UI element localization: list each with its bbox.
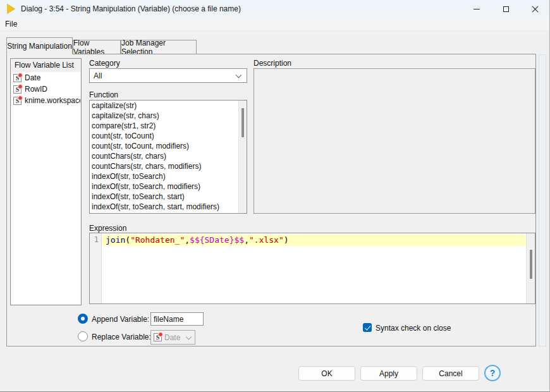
minimize-icon <box>474 9 480 9</box>
code-token-function: join <box>106 235 125 245</box>
replace-variable-value: Date <box>164 333 180 342</box>
function-list-item[interactable]: capitalize(str) <box>90 101 247 111</box>
flow-variable-name: knime.workspace <box>25 96 80 105</box>
append-variable-label: Append Variable: <box>92 315 149 324</box>
flow-variable-list: SDateSRowIDSknime.workspace <box>11 72 80 304</box>
syntax-check-label: Syntax check on close <box>376 324 451 333</box>
line-number-gutter: 1 <box>90 233 102 303</box>
string-variable-icon: S <box>13 74 21 82</box>
replace-variable-label: Replace Variable: <box>92 333 151 341</box>
knime-warning-triangle-icon <box>7 4 15 14</box>
line-number: 1 <box>94 235 99 244</box>
function-list-scrollbar[interactable] <box>238 101 247 213</box>
flow-variable-name: RowID <box>25 85 47 94</box>
flow-variable-item[interactable]: Sknime.workspace <box>11 95 80 106</box>
apply-button[interactable]: Apply <box>360 366 417 381</box>
category-dropdown[interactable]: All <box>89 68 247 83</box>
function-list-item[interactable]: count(str, toCount, modifiers) <box>90 141 247 151</box>
string-variable-icon: S <box>154 333 162 341</box>
flow-variable-item[interactable]: SRowID <box>11 83 80 95</box>
chevron-down-icon <box>186 333 192 340</box>
function-list-item[interactable]: countChars(str, chars, modifiers) <box>90 161 247 171</box>
code-token-string: "Rohdaten_" <box>130 235 185 245</box>
function-list-item[interactable]: indexOf(str, toSearch) <box>90 171 247 181</box>
function-list-item[interactable]: count(str, toCount) <box>90 131 247 141</box>
maximize-button[interactable] <box>491 0 520 18</box>
tab-string-manipulation[interactable]: String Manipulation <box>6 37 73 54</box>
syntax-check-checkbox[interactable] <box>363 323 372 332</box>
function-list-item[interactable]: indexOf(str, toSearch, start, modifiers) <box>90 202 247 212</box>
code-token-variable: $${SDate}$$ <box>190 235 244 245</box>
title-bar: Dialog - 3:54 - String Manipulation (Var… <box>0 0 549 18</box>
function-list-item[interactable]: capitalize(str, chars) <box>90 111 247 121</box>
replace-variable-dropdown: S Date <box>150 330 195 345</box>
dialog-scrollbar-track[interactable] <box>539 54 546 346</box>
expression-editor[interactable]: 1 join("Rohdaten_",$${SDate}$$,".xlsx") <box>89 233 535 304</box>
string-variable-icon: S <box>13 85 21 94</box>
expression-scrollbar-thumb[interactable] <box>530 250 532 279</box>
append-variable-radio[interactable] <box>78 314 88 324</box>
append-variable-input[interactable] <box>150 312 204 326</box>
function-list-item[interactable]: countChars(str, chars) <box>90 151 247 161</box>
menu-bar: File <box>0 18 549 31</box>
close-icon <box>532 6 539 13</box>
function-list-scrollbar-thumb[interactable] <box>241 108 244 137</box>
expression-scrollbar[interactable] <box>526 233 535 303</box>
replace-variable-radio[interactable] <box>78 331 88 341</box>
expression-label: Expression <box>89 224 126 233</box>
category-selected-value: All <box>94 71 102 80</box>
help-button[interactable]: ? <box>484 365 501 381</box>
close-button[interactable] <box>520 0 549 18</box>
tab-job-manager-selection[interactable]: Job Manager Selection <box>121 40 197 54</box>
expression-code-line[interactable]: join("Rohdaten_",$${SDate}$$,".xlsx") <box>106 235 289 245</box>
menu-file[interactable]: File <box>0 20 22 28</box>
description-box <box>254 68 535 214</box>
function-list-item[interactable]: indexOf(str, toSearch, modifiers) <box>90 181 247 192</box>
function-list-item[interactable]: indexOf(str, toSearch, start) <box>90 192 247 202</box>
function-list[interactable]: capitalize(str)capitalize(str, chars)com… <box>89 100 247 214</box>
code-token-string: ".xlsx" <box>249 235 284 245</box>
maximize-icon <box>503 6 509 12</box>
chevron-down-icon <box>236 71 242 78</box>
string-manipulation-panel: Flow Variable List SDateSRowIDSknime.wor… <box>6 54 536 346</box>
code-token-plain: , <box>244 235 249 245</box>
string-variable-icon: S <box>13 97 21 105</box>
code-token-plain: ( <box>125 235 130 245</box>
flow-variable-list-box: Flow Variable List SDateSRowIDSknime.wor… <box>10 58 82 305</box>
flow-variable-item[interactable]: SDate <box>11 72 80 83</box>
ok-button[interactable]: OK <box>298 366 355 381</box>
window-title: Dialog - 3:54 - String Manipulation (Var… <box>21 4 241 13</box>
tab-flow-variables[interactable]: Flow Variables <box>73 40 121 54</box>
function-label: Function <box>89 90 118 99</box>
function-list-item[interactable]: compare(str1, str2) <box>90 121 247 131</box>
category-label: Category <box>89 59 120 68</box>
dialog-window: Dialog - 3:54 - String Manipulation (Var… <box>0 0 550 392</box>
flow-variable-name: Date <box>25 73 40 82</box>
minimize-button[interactable] <box>462 0 491 18</box>
description-label: Description <box>254 59 291 68</box>
code-token-plain: , <box>185 235 190 245</box>
code-token-plain: ) <box>284 235 289 245</box>
flow-variable-list-title: Flow Variable List <box>11 59 81 71</box>
cancel-button[interactable]: Cancel <box>422 366 479 381</box>
